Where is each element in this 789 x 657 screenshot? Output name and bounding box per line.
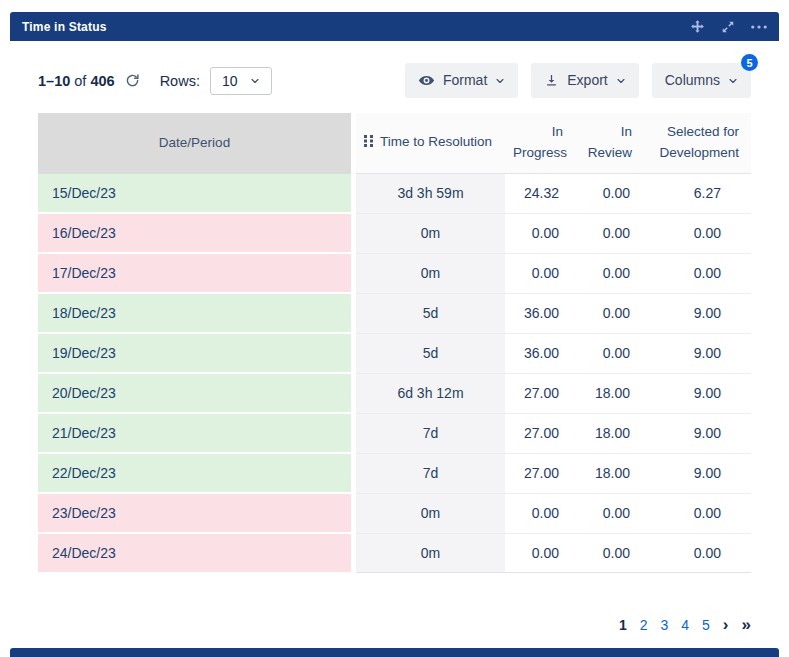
export-button[interactable]: Export [531, 63, 638, 98]
ttr-cell: 5d [356, 294, 505, 334]
in-review-cell: 0.00 [575, 174, 640, 214]
date-cell: 16/Dec/23 [38, 214, 356, 254]
download-icon [544, 73, 559, 88]
in-review-cell: 0.00 [575, 494, 640, 534]
table-header-row: Date/Period Time to Resolution In Progre… [38, 113, 751, 174]
chevron-down-icon [495, 76, 505, 86]
move-gadget-icon[interactable] [690, 19, 705, 34]
in-progress-cell: 0.00 [505, 254, 575, 294]
page-3[interactable]: 3 [660, 617, 668, 633]
toolbar-right: Format Export Columns [405, 63, 751, 98]
columns-button[interactable]: Columns [652, 63, 751, 98]
in-progress-cell: 0.00 [505, 214, 575, 254]
selected-cell: 6.27 [640, 174, 751, 214]
column-header-in-progress[interactable]: In Progress [505, 113, 575, 174]
eye-icon [418, 72, 435, 89]
in-progress-cell: 27.00 [505, 454, 575, 494]
table-row: 23/Dec/23 0m 0.00 0.00 0.00 [38, 494, 751, 534]
table-row: 15/Dec/23 3d 3h 59m 24.32 0.00 6.27 [38, 174, 751, 214]
column-header-time-to-resolution[interactable]: Time to Resolution [356, 113, 505, 174]
gadget-menu-icon[interactable] [751, 25, 767, 29]
selected-cell: 0.00 [640, 214, 751, 254]
ttr-cell: 7d [356, 414, 505, 454]
in-review-cell: 18.00 [575, 374, 640, 414]
rows-label: Rows: [160, 73, 200, 89]
chevron-down-icon [616, 76, 626, 86]
columns-button-label: Columns [665, 72, 720, 89]
in-progress-cell: 0.00 [505, 494, 575, 534]
table-row: 22/Dec/23 7d 27.00 18.00 9.00 [38, 454, 751, 494]
page-5[interactable]: 5 [702, 617, 710, 633]
date-cell: 21/Dec/23 [38, 414, 356, 454]
in-progress-cell: 36.00 [505, 294, 575, 334]
table-row: 16/Dec/23 0m 0.00 0.00 0.00 [38, 214, 751, 254]
table-row: 24/Dec/23 0m 0.00 0.00 0.00 [38, 534, 751, 573]
in-review-cell: 0.00 [575, 294, 640, 334]
table-row: 20/Dec/23 6d 3h 12m 27.00 18.00 9.00 [38, 374, 751, 414]
in-review-cell: 18.00 [575, 454, 640, 494]
column-header-selected-for-development[interactable]: Selected for Development [640, 113, 751, 174]
selected-cell: 9.00 [640, 414, 751, 454]
date-cell: 23/Dec/23 [38, 494, 356, 534]
date-cell: 19/Dec/23 [38, 334, 356, 374]
table-row: 18/Dec/23 5d 36.00 0.00 9.00 [38, 294, 751, 334]
in-review-cell: 18.00 [575, 414, 640, 454]
in-progress-cell: 24.32 [505, 174, 575, 214]
selected-cell: 0.00 [640, 254, 751, 294]
ttr-cell: 0m [356, 534, 505, 573]
selected-cell: 9.00 [640, 294, 751, 334]
rows-per-page-select[interactable]: 10 [210, 67, 272, 95]
page-4[interactable]: 4 [681, 617, 689, 633]
ttr-cell: 7d [356, 454, 505, 494]
export-button-label: Export [567, 72, 607, 89]
expand-gadget-icon[interactable] [721, 20, 735, 34]
page-1: 1 [619, 617, 627, 633]
rows-per-page-value: 10 [222, 73, 238, 89]
gadget-header: Time in Status [10, 12, 779, 41]
toolbar: 1–10 of 406 Rows: 10 Format [38, 63, 751, 98]
columns-count-badge: 5 [741, 54, 758, 71]
columns-button-wrap: Columns 5 [652, 63, 751, 98]
last-page-icon[interactable]: » [742, 618, 751, 632]
in-progress-cell: 27.00 [505, 374, 575, 414]
table-row: 17/Dec/23 0m 0.00 0.00 0.00 [38, 254, 751, 294]
ttr-cell: 3d 3h 59m [356, 174, 505, 214]
next-page-icon[interactable]: › [723, 618, 729, 632]
in-review-cell: 0.00 [575, 214, 640, 254]
selected-cell: 0.00 [640, 534, 751, 573]
date-cell: 24/Dec/23 [38, 534, 356, 573]
refresh-icon[interactable] [125, 73, 140, 88]
column-header-in-review[interactable]: In Review [575, 113, 640, 174]
in-progress-cell: 0.00 [505, 534, 575, 573]
gadget-actions [690, 19, 767, 34]
selected-cell: 9.00 [640, 374, 751, 414]
column-header-date-period[interactable]: Date/Period [38, 113, 356, 174]
date-cell: 18/Dec/23 [38, 294, 356, 334]
pagination: 1 2 3 4 5 › » [38, 617, 751, 633]
in-review-cell: 0.00 [575, 534, 640, 573]
in-progress-cell: 36.00 [505, 334, 575, 374]
date-cell: 17/Dec/23 [38, 254, 356, 294]
format-button[interactable]: Format [405, 63, 518, 98]
ttr-cell: 6d 3h 12m [356, 374, 505, 414]
ttr-cell: 0m [356, 494, 505, 534]
result-range: 1–10 of 406 [38, 73, 115, 89]
selected-cell: 9.00 [640, 454, 751, 494]
ttr-cell: 0m [356, 254, 505, 294]
drag-column-icon[interactable] [364, 133, 374, 154]
next-gadget-header-strip [10, 648, 779, 657]
in-progress-cell: 27.00 [505, 414, 575, 454]
gadget-body: 1–10 of 406 Rows: 10 Format [10, 41, 779, 633]
page-2[interactable]: 2 [640, 617, 648, 633]
toolbar-left: 1–10 of 406 Rows: 10 [38, 67, 272, 95]
chevron-down-icon [250, 76, 260, 86]
time-in-status-table: Date/Period Time to Resolution In Progre… [38, 113, 751, 573]
in-review-cell: 0.00 [575, 254, 640, 294]
format-button-label: Format [443, 72, 487, 89]
dashboard-canvas: Time in Status 1–10 of 406 Rows: 10 [0, 0, 789, 657]
ttr-cell: 5d [356, 334, 505, 374]
selected-cell: 0.00 [640, 494, 751, 534]
date-cell: 15/Dec/23 [38, 174, 356, 214]
in-review-cell: 0.00 [575, 334, 640, 374]
date-cell: 22/Dec/23 [38, 454, 356, 494]
